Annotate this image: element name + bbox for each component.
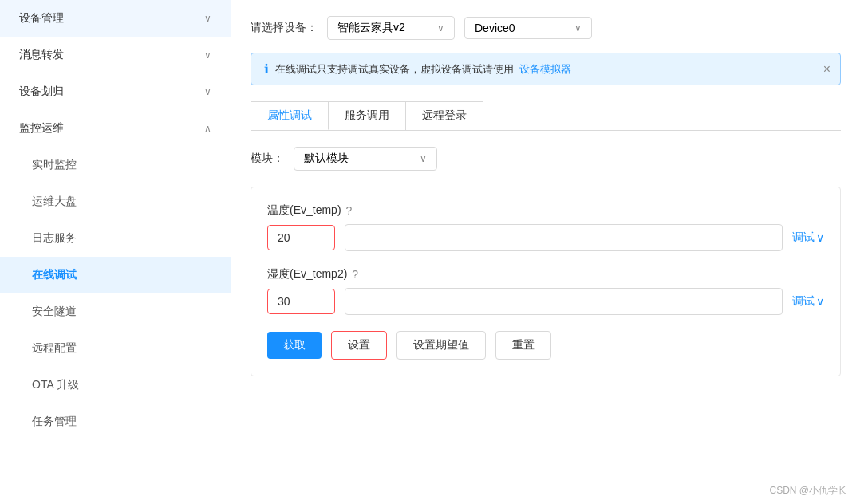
sidebar-item-task-manage[interactable]: 任务管理 xyxy=(0,404,231,440)
info-text: 在线调试只支持调试真实设备，虚拟设备调试请使用 设备模拟器 xyxy=(275,62,571,77)
sidebar-item-label: 在线调试 xyxy=(32,268,77,282)
tabs-container: 属性调试 服务调用 远程登录 xyxy=(251,101,841,131)
info-icon: ℹ xyxy=(264,61,269,77)
set-expected-button[interactable]: 设置期望值 xyxy=(396,331,486,360)
device1-value: 智能云家具v2 xyxy=(337,21,405,35)
fetch-button[interactable]: 获取 xyxy=(267,332,322,359)
tab-label: 服务调用 xyxy=(345,108,389,121)
debug-label: 调试 xyxy=(792,294,815,309)
info-banner: ℹ 在线调试只支持调试真实设备，虚拟设备调试请使用 设备模拟器 × xyxy=(251,53,841,85)
sidebar-item-label: 消息转发 xyxy=(19,48,64,62)
device-selector-row: 请选择设备： 智能云家具v2 ∨ Device0 ∨ xyxy=(251,16,841,40)
property-humidity: 湿度(Ev_temp2) ? 调试 ∨ xyxy=(267,267,824,315)
set-button[interactable]: 设置 xyxy=(331,331,387,360)
sidebar-item-label: 任务管理 xyxy=(32,415,77,429)
sidebar-item-label: 监控运维 xyxy=(19,121,64,136)
main-content: 请选择设备： 智能云家具v2 ∨ Device0 ∨ ℹ 在线调试只支持调试真实… xyxy=(231,0,860,504)
module-select[interactable]: 默认模块 ∨ xyxy=(294,147,437,171)
reset-button[interactable]: 重置 xyxy=(495,331,551,360)
sidebar-item-monitor-ops[interactable]: 监控运维 ∧ xyxy=(0,110,231,147)
help-icon-humidity[interactable]: ? xyxy=(352,268,358,281)
device-selector-label: 请选择设备： xyxy=(251,21,318,35)
prop-input-row-humidity: 调试 ∨ xyxy=(267,288,824,315)
humidity-input-wide[interactable] xyxy=(345,288,783,315)
prop-label-row-temperature: 温度(Ev_temp) ? xyxy=(267,203,824,218)
prop-label-humidity: 湿度(Ev_temp2) xyxy=(267,267,347,282)
device2-value: Device0 xyxy=(475,22,515,34)
sidebar-item-remote-config[interactable]: 远程配置 xyxy=(0,330,231,367)
tab-remote-login[interactable]: 远程登录 xyxy=(405,101,483,130)
sidebar-item-label: 实时监控 xyxy=(32,158,77,172)
tab-property-test[interactable]: 属性调试 xyxy=(251,101,329,130)
prop-label-row-humidity: 湿度(Ev_temp2) ? xyxy=(267,267,824,282)
sidebar-item-label: OTA 升级 xyxy=(32,378,79,392)
tab-label: 远程登录 xyxy=(422,108,467,121)
sidebar-item-ops-dashboard[interactable]: 运维大盘 xyxy=(0,183,231,220)
device-simulator-link[interactable]: 设备模拟器 xyxy=(519,63,571,75)
action-row: 获取 设置 设置期望值 重置 xyxy=(267,331,824,360)
tab-service-call[interactable]: 服务调用 xyxy=(328,101,406,130)
prop-label-temperature: 温度(Ev_temp) xyxy=(267,203,341,218)
property-temperature: 温度(Ev_temp) ? 调试 ∨ xyxy=(267,203,824,251)
chevron-down-icon: ∨ xyxy=(420,153,427,164)
sidebar-item-label: 安全隧道 xyxy=(32,305,77,319)
chevron-icon: ∧ xyxy=(204,123,211,134)
sidebar-item-realtime-monitor[interactable]: 实时监控 xyxy=(0,147,231,183)
temperature-input-wide[interactable] xyxy=(345,224,783,251)
info-banner-close-button[interactable]: × xyxy=(823,62,830,77)
module-row: 模块： 默认模块 ∨ xyxy=(251,147,841,171)
sidebar-item-ota-upgrade[interactable]: OTA 升级 xyxy=(0,367,231,404)
sidebar-item-label: 远程配置 xyxy=(32,341,77,356)
module-value: 默认模块 xyxy=(304,152,349,166)
chevron-down-icon: ∨ xyxy=(816,295,824,308)
sidebar-item-label: 设备管理 xyxy=(19,11,64,26)
humidity-input[interactable] xyxy=(267,289,335,314)
sidebar-item-device-return[interactable]: 设备划归 ∨ xyxy=(0,73,231,110)
sidebar-item-message-forward[interactable]: 消息转发 ∨ xyxy=(0,37,231,73)
device1-select[interactable]: 智能云家具v2 ∨ xyxy=(327,16,455,40)
info-banner-text: 在线调试只支持调试真实设备，虚拟设备调试请使用 xyxy=(275,63,514,75)
sidebar-item-label: 日志服务 xyxy=(32,231,77,246)
chevron-down-icon: ∨ xyxy=(574,22,582,33)
sidebar-item-log-service[interactable]: 日志服务 xyxy=(0,220,231,257)
properties-card: 温度(Ev_temp) ? 调试 ∨ 湿度(Ev_temp2) ? xyxy=(251,187,841,376)
prop-input-row-temperature: 调试 ∨ xyxy=(267,224,824,251)
chevron-down-icon: ∨ xyxy=(437,22,444,33)
debug-button-humidity[interactable]: 调试 ∨ xyxy=(792,294,824,309)
module-label: 模块： xyxy=(251,152,284,166)
debug-label: 调试 xyxy=(792,230,815,245)
sidebar-item-online-debug[interactable]: 在线调试 xyxy=(0,257,231,293)
help-icon-temperature[interactable]: ? xyxy=(346,204,353,217)
watermark: CSDN @小仇学长 xyxy=(769,484,847,498)
chevron-down-icon: ∨ xyxy=(816,231,824,244)
temperature-input[interactable] xyxy=(267,225,335,250)
debug-button-temperature[interactable]: 调试 ∨ xyxy=(792,230,824,245)
sidebar-item-label: 运维大盘 xyxy=(32,195,77,209)
tab-label: 属性调试 xyxy=(267,108,312,121)
sidebar-item-secure-tunnel[interactable]: 安全隧道 xyxy=(0,293,231,330)
sidebar-item-label: 设备划归 xyxy=(19,85,64,99)
sidebar: 设备管理 ∨ 消息转发 ∨ 设备划归 ∨ 监控运维 ∧ 实时监控 运维大盘 日志… xyxy=(0,0,231,504)
chevron-icon: ∨ xyxy=(204,86,211,97)
device2-select[interactable]: Device0 ∨ xyxy=(464,17,592,39)
sidebar-item-device-mgr[interactable]: 设备管理 ∨ xyxy=(0,0,231,37)
chevron-icon: ∨ xyxy=(204,13,211,24)
chevron-icon: ∨ xyxy=(204,49,211,61)
